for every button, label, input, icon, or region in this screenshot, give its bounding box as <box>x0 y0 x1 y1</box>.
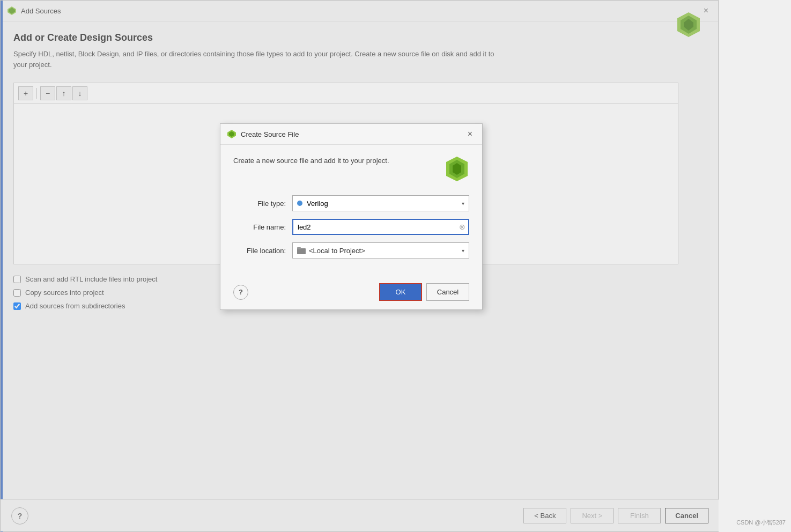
watermark: CSDN @小智5287 <box>736 519 786 527</box>
dialog-logo <box>445 156 469 182</box>
create-source-dialog: Create Source File × Create a new source… <box>220 123 483 310</box>
file-name-label: File name: <box>233 223 292 231</box>
file-name-row: File name: ⊗ <box>233 219 469 235</box>
file-location-select[interactable]: <Local to Project> ▾ <box>292 242 469 258</box>
file-location-label: File location: <box>233 247 292 255</box>
file-type-value: Verilog <box>307 200 462 208</box>
dialog-description: Create a new source file and add it to y… <box>233 156 389 166</box>
file-location-row: File location: <Local to Project> ▾ <box>233 242 469 258</box>
dialog-body: Create a new source file and add it to y… <box>220 145 482 277</box>
dialog-title: Create Source File <box>241 130 299 138</box>
file-type-label: File type: <box>233 200 292 208</box>
file-location-value: <Local to Project> <box>309 247 462 255</box>
file-type-chevron-icon: ▾ <box>462 201 464 206</box>
verilog-dot <box>297 201 302 206</box>
dialog-help-button[interactable]: ? <box>233 285 248 300</box>
file-name-input[interactable] <box>292 219 469 235</box>
dialog-titlebar-left: Create Source File <box>227 129 299 139</box>
file-location-chevron-icon: ▾ <box>462 248 464 254</box>
file-type-control: Verilog ▾ <box>292 195 469 211</box>
folder-icon <box>297 247 306 254</box>
file-name-control: ⊗ <box>292 219 469 235</box>
dialog-close-button[interactable]: × <box>464 128 476 140</box>
svg-rect-11 <box>297 247 301 249</box>
ok-button[interactable]: OK <box>379 283 422 301</box>
dialog-actions: OK Cancel <box>379 283 469 301</box>
file-location-control: <Local to Project> ▾ <box>292 242 469 258</box>
file-type-select[interactable]: Verilog ▾ <box>292 195 469 211</box>
file-type-row: File type: Verilog ▾ <box>233 195 469 211</box>
dialog-titlebar: Create Source File × <box>220 124 482 145</box>
dialog-description-row: Create a new source file and add it to y… <box>233 156 469 182</box>
dialog-vivado-icon <box>227 129 236 139</box>
dialog-cancel-button[interactable]: Cancel <box>426 283 469 301</box>
dialog-bottom: ? OK Cancel <box>220 277 482 309</box>
input-clear-button[interactable]: ⊗ <box>457 222 467 232</box>
